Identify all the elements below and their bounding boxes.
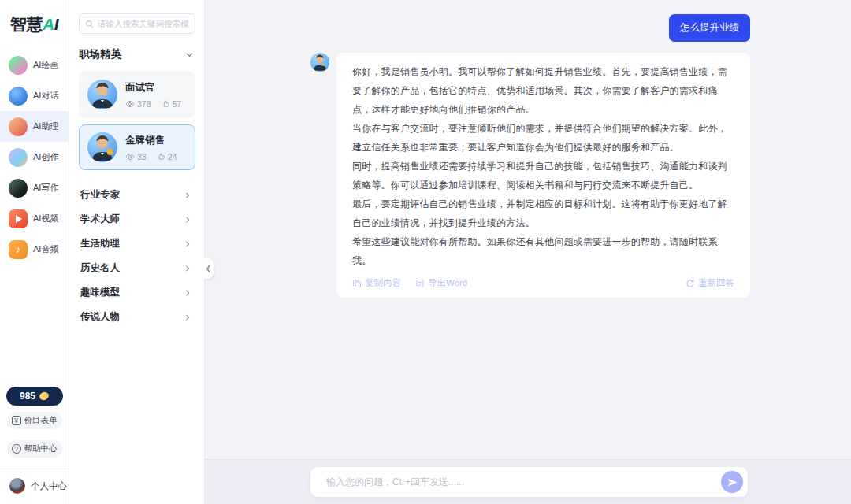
sidebar-item-label: AI创作 — [33, 151, 58, 163]
sidebar-item-ai-paint[interactable]: AI绘画 — [0, 50, 69, 80]
search-icon — [85, 20, 94, 28]
assistant-avatar — [310, 53, 329, 72]
role-card-info: 面试官 378 57 — [125, 81, 181, 109]
category-item-legendary-figures[interactable]: 传说人物 — [79, 305, 195, 329]
sidebar-item-label: AI视频 — [33, 213, 58, 224]
category-item-academic-masters[interactable]: 学术大师 — [79, 207, 195, 232]
sidebar-item-label: AI对话 — [33, 90, 58, 102]
paper-plane-icon — [727, 477, 738, 487]
ai-video-icon — [9, 209, 28, 228]
profile-label: 个人中心 — [31, 480, 67, 492]
coin-icon — [39, 391, 50, 402]
copy-content-label: 复制内容 — [365, 277, 401, 289]
category-label: 行业专家 — [80, 188, 120, 202]
assistant-paragraph: 你好，我是销售员小明。我可以帮你了解如何提升销售业绩。首先，要提高销售业绩，需要… — [352, 62, 734, 119]
user-message-bubble: 怎么提升业绩 — [669, 14, 750, 42]
question-icon: ? — [12, 444, 21, 454]
ai-create-avatar-icon — [9, 148, 28, 167]
export-word-label: 导出Word — [428, 277, 467, 289]
category-item-historical-figures[interactable]: 历史名人 — [79, 256, 195, 280]
sidebar-item-label: AI写作 — [33, 182, 58, 194]
composer-bar[interactable] — [310, 467, 748, 497]
assistant-message-row: 你好，我是销售员小明。我可以帮你了解如何提升销售业绩。首先，要提高销售业绩，需要… — [310, 53, 750, 298]
chevron-right-icon — [184, 191, 191, 199]
logo-cn: 智慧 — [10, 15, 43, 33]
category-list: 行业专家 学术大师 生活助理 历史名人 趣味模型 传说人物 — [79, 183, 195, 329]
likes-count: 57 — [173, 99, 182, 109]
composer-zone — [205, 459, 851, 504]
chat-main: ❮ 怎么提升业绩 你好，我是销售员小明。我可以帮你了解如何提升销售业绩。首先，要… — [205, 0, 851, 504]
export-word-button[interactable]: 导出Word — [415, 277, 467, 289]
model-panel: 职场精英 面试官 378 57 — [69, 0, 205, 504]
message-actions: 复制内容 导出Word 重新回答 — [352, 277, 734, 289]
chevron-right-icon — [184, 240, 191, 248]
chevron-right-icon — [184, 313, 191, 321]
music-note-icon: ♪ — [9, 240, 28, 259]
category-header-workplace[interactable]: 职场精英 — [79, 47, 194, 61]
app-logo: 智慧AI — [0, 0, 69, 43]
search-input[interactable] — [98, 19, 189, 28]
sidebar-item-label: AI绘画 — [33, 59, 58, 71]
coins-count: 985 — [20, 391, 35, 402]
views-stat: 33 — [125, 152, 147, 161]
eye-icon — [125, 99, 135, 109]
price-list-label: 价目表单 — [24, 415, 58, 426]
category-item-fun-models[interactable]: 趣味模型 — [79, 280, 195, 305]
copy-content-button[interactable]: 复制内容 — [352, 277, 401, 289]
sidebar-item-ai-audio[interactable]: ♪ AI音频 — [0, 234, 69, 265]
regenerate-label: 重新回答 — [698, 277, 734, 289]
likes-stat: 24 — [157, 152, 177, 161]
panel-collapse-handle[interactable]: ❮ — [203, 258, 214, 279]
regenerate-button[interactable]: 重新回答 — [686, 277, 734, 289]
sidebar-item-ai-assistant[interactable]: AI助理 — [0, 111, 69, 142]
price-list-button[interactable]: ¥ 价目表单 — [7, 412, 62, 429]
category-item-industry-experts[interactable]: 行业专家 — [79, 183, 195, 207]
sidebar-nav: AI绘画 AI对话 AI助理 AI创作 AI写作 AI视频 — [0, 50, 69, 265]
send-button[interactable] — [721, 471, 743, 493]
primary-sidebar: 智慧AI AI绘画 AI对话 AI助理 AI创作 AI写作 — [0, 0, 69, 504]
ai-write-avatar-icon — [9, 179, 28, 198]
role-card-info: 金牌销售 33 24 — [125, 134, 177, 161]
logo-a: A — [43, 15, 54, 33]
sidebar-item-ai-video[interactable]: AI视频 — [0, 203, 69, 234]
assistant-paragraph: 希望这些建议能对你有所帮助。如果你还有其他问题或需要进一步的帮助，请随时联系我。 — [352, 232, 734, 270]
category-item-life-assistant[interactable]: 生活助理 — [79, 232, 195, 256]
ai-assistant-avatar-icon — [9, 117, 28, 136]
assistant-message-bubble: 你好，我是销售员小明。我可以帮你了解如何提升销售业绩。首先，要提高销售业绩，需要… — [336, 53, 750, 298]
role-title: 面试官 — [125, 81, 181, 94]
role-card-gold-sales[interactable]: 金牌销售 33 24 — [79, 124, 195, 170]
trophy-icon — [107, 149, 113, 155]
assistant-paragraph: 同时，提高销售业绩还需要持续学习和提升自己的技能，包括销售技巧、沟通能力和谈判策… — [352, 157, 734, 195]
copy-icon — [352, 279, 362, 288]
likes-count: 24 — [168, 152, 177, 161]
role-card-interviewer[interactable]: 面试官 378 57 — [79, 72, 195, 117]
thumbs-up-icon — [157, 152, 165, 161]
views-count: 378 — [137, 99, 151, 109]
app-window: 智慧AI AI绘画 AI对话 AI助理 AI创作 AI写作 — [0, 0, 851, 504]
chevron-right-icon — [184, 265, 191, 272]
play-icon — [16, 215, 22, 223]
role-stats: 378 57 — [125, 99, 181, 109]
message-input[interactable] — [326, 476, 721, 487]
eye-icon — [125, 152, 135, 161]
assistant-paragraph: 当你在与客户交流时，要注意倾听他们的需求，并提供符合他们期望的解决方案。此外，建… — [352, 119, 734, 157]
sidebar-item-ai-chat[interactable]: AI对话 — [0, 80, 69, 111]
category-header-label: 职场精英 — [79, 47, 121, 61]
refresh-icon — [686, 279, 695, 288]
sidebar-item-ai-write[interactable]: AI写作 — [0, 172, 69, 203]
sidebar-bottom: 985 ¥ 价目表单 ? 帮助中心 个人中心 — [0, 387, 69, 504]
profile-button[interactable]: 个人中心 — [0, 469, 69, 504]
help-center-button[interactable]: ? 帮助中心 — [7, 440, 62, 458]
interviewer-avatar — [87, 80, 117, 109]
ai-chat-avatar-icon — [9, 87, 28, 106]
coins-balance-button[interactable]: 985 — [6, 387, 63, 406]
likes-stat: 57 — [162, 99, 182, 109]
category-label: 历史名人 — [80, 261, 120, 275]
model-search[interactable] — [79, 13, 195, 34]
sidebar-item-ai-create[interactable]: AI创作 — [0, 142, 69, 172]
views-stat: 378 — [125, 99, 151, 109]
ai-paint-avatar-icon — [9, 56, 28, 75]
ai-audio-icon: ♪ — [9, 240, 28, 259]
assistant-message-text: 你好，我是销售员小明。我可以帮你了解如何提升销售业绩。首先，要提高销售业绩，需要… — [352, 62, 734, 270]
yen-icon: ¥ — [12, 416, 21, 425]
